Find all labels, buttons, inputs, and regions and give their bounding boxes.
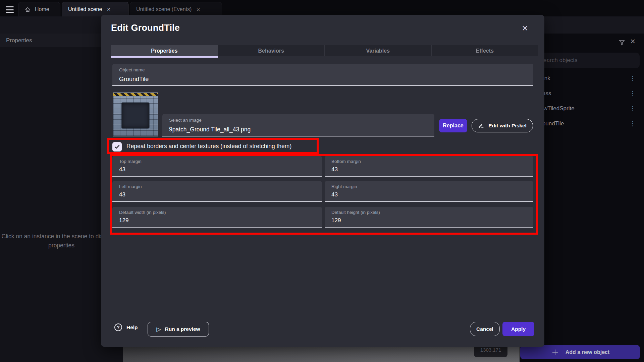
bottom-margin-label: Bottom margin (331, 159, 361, 164)
object-name-field-value: GroundTile (119, 76, 149, 83)
select-image-field-label: Select an image (169, 118, 202, 123)
run-preview-button[interactable]: ▷ Run a preview (148, 322, 209, 337)
dialog-tab-effects[interactable]: Effects (432, 45, 538, 56)
checkmark-icon (114, 143, 120, 150)
bottom-margin-field[interactable]: Bottom margin 43 (325, 156, 533, 177)
edit-object-dialog: Edit GroundTile × Properties Behaviors V… (101, 15, 544, 347)
hazard-stripe-decoration (113, 93, 158, 96)
edit-with-piskel-button[interactable]: Edit with Piskel (472, 119, 533, 132)
add-new-object-label: Add a new object (566, 349, 610, 355)
tab-untitled-scene-label: Untitled scene (68, 6, 102, 12)
cancel-button[interactable]: Cancel (470, 322, 500, 336)
tab-close-icon[interactable]: × (106, 6, 111, 12)
dialog-title: Edit GroundTile (111, 23, 180, 33)
apply-button[interactable]: Apply (502, 322, 534, 336)
tab-untitled-scene-events-label: Untitled scene (Events) (136, 6, 192, 12)
filter-icon[interactable] (618, 39, 626, 46)
run-preview-label: Run a preview (165, 326, 200, 332)
default-width-label: Default width (in pixels) (119, 210, 166, 215)
repeat-borders-checkbox[interactable] (112, 142, 122, 152)
top-margin-value: 43 (119, 166, 125, 173)
help-button[interactable]: ? Help (114, 323, 138, 331)
tile-image-thumbnail[interactable] (113, 93, 158, 136)
tab-close-icon[interactable]: × (196, 6, 201, 13)
right-margin-field[interactable]: Right margin 43 (325, 181, 533, 202)
default-height-field[interactable]: Default height (in pixels) 129 (325, 207, 533, 228)
plus-icon (551, 348, 559, 357)
left-margin-label: Left margin (119, 184, 142, 189)
dialog-tab-behaviors[interactable]: Behaviors (218, 45, 325, 56)
help-label: Help (126, 324, 138, 330)
tab-home[interactable]: Home (18, 2, 60, 16)
dialog-close-icon[interactable]: × (519, 22, 531, 34)
repeat-borders-checkbox-label: Repeat borders and center textures (inst… (126, 143, 291, 150)
tab-home-label: Home (35, 6, 49, 12)
default-height-label: Default height (in pixels) (331, 210, 380, 215)
pencil-icon (478, 123, 484, 129)
left-margin-field[interactable]: Left margin 43 (112, 181, 322, 202)
object-menu-dots-icon[interactable]: ⋮ (630, 74, 636, 82)
tab-untitled-scene[interactable]: Untitled scene × (62, 2, 128, 16)
properties-panel-title: Properties (6, 37, 32, 44)
default-height-value: 129 (331, 217, 341, 224)
hamburger-menu-icon[interactable] (6, 6, 14, 13)
default-width-field[interactable]: Default width (in pixels) 129 (112, 207, 322, 228)
left-margin-value: 43 (119, 191, 125, 198)
replace-image-button[interactable]: Replace (439, 119, 467, 132)
dialog-tab-properties[interactable]: Properties (111, 45, 218, 56)
top-margin-field[interactable]: Top margin 43 (112, 156, 322, 177)
gdevelop-window: Home Untitled scene × Untitled scene (Ev… (0, 0, 644, 362)
objects-panel-close-icon[interactable]: × (630, 37, 635, 46)
help-icon: ? (114, 323, 122, 331)
tab-untitled-scene-events[interactable]: Untitled scene (Events) × (130, 2, 222, 16)
top-margin-label: Top margin (119, 159, 142, 164)
search-objects-placeholder: Search objects (540, 57, 577, 64)
bottom-margin-value: 43 (331, 166, 338, 173)
object-name-field[interactable]: Object name GroundTile (112, 64, 533, 86)
top-tab-bar: Home Untitled scene × Untitled scene (Ev… (0, 0, 644, 16)
edit-with-piskel-label: Edit with Piskel (488, 123, 527, 129)
object-menu-dots-icon[interactable]: ⋮ (630, 105, 636, 112)
object-name-field-label: Object name (119, 67, 145, 72)
right-margin-label: Right margin (331, 184, 357, 189)
object-menu-dots-icon[interactable]: ⋮ (630, 120, 636, 127)
dialog-tab-bar: Properties Behaviors Variables Effects (111, 45, 538, 56)
dialog-tab-variables[interactable]: Variables (325, 45, 432, 56)
select-image-field-value: 9patch_Ground Tile_all_43.png (169, 126, 251, 133)
home-icon (24, 6, 31, 13)
add-new-object-button[interactable]: Add a new object (520, 345, 640, 359)
select-image-field[interactable]: Select an image 9patch_Ground Tile_all_4… (162, 114, 434, 137)
play-icon: ▷ (156, 326, 161, 333)
tile-center-decoration (122, 103, 149, 128)
object-menu-dots-icon[interactable]: ⋮ (630, 89, 636, 97)
default-width-value: 129 (119, 217, 128, 224)
right-margin-value: 43 (331, 191, 338, 198)
